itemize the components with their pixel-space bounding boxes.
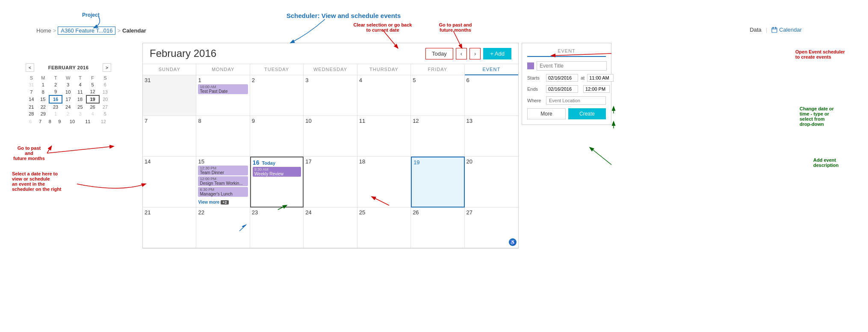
mini-day[interactable]: 6 bbox=[26, 118, 35, 125]
mini-day[interactable]: 29 bbox=[37, 110, 49, 117]
event-pill[interactable]: 10:00 AM Test Past Date bbox=[198, 84, 248, 94]
mini-day[interactable]: 9 bbox=[49, 88, 62, 95]
event-pill-team-dinner[interactable]: 12:30 PM Team Dinner bbox=[198, 166, 248, 175]
breadcrumb-project[interactable]: A360 Feature T...016 bbox=[58, 27, 115, 35]
mini-day[interactable]: 18 bbox=[74, 95, 86, 103]
cal-day-19-selected[interactable]: 19 bbox=[411, 157, 464, 208]
mini-day[interactable]: 23 bbox=[49, 103, 62, 110]
mini-day[interactable]: 22 bbox=[37, 103, 49, 110]
next-month-btn[interactable]: › bbox=[469, 48, 481, 59]
view-more-btn[interactable]: View more +2 bbox=[198, 200, 228, 205]
mini-day[interactable]: 14 bbox=[26, 95, 37, 103]
cal-day-25[interactable]: 25 bbox=[357, 208, 411, 248]
mini-day[interactable]: 20 bbox=[99, 95, 111, 103]
cal-day-24[interactable]: 24 bbox=[304, 208, 357, 248]
cal-day-17[interactable]: 17 bbox=[304, 157, 357, 208]
cal-day-3[interactable]: 3 bbox=[304, 75, 357, 116]
mini-day[interactable]: 11 bbox=[74, 88, 86, 95]
mini-day[interactable]: 1 bbox=[49, 110, 62, 117]
mini-day[interactable]: 7 bbox=[26, 88, 37, 95]
mini-day[interactable]: 10 bbox=[65, 118, 80, 125]
cal-day-21[interactable]: 21 bbox=[143, 208, 196, 248]
mini-day[interactable]: 4 bbox=[74, 81, 86, 88]
mini-day[interactable]: 2 bbox=[62, 110, 74, 117]
event-time: 9:30 AM bbox=[254, 167, 299, 172]
ep-where-input[interactable] bbox=[546, 96, 606, 105]
cal-day-13[interactable]: 13 bbox=[465, 116, 518, 157]
cal-day-6[interactable]: 6 bbox=[465, 75, 518, 116]
mini-day[interactable]: 21 bbox=[26, 103, 37, 110]
cal-day-26[interactable]: 26 bbox=[411, 208, 464, 248]
cal-day-16-today[interactable]: 16 Today 9:30 AM Weekly Review bbox=[250, 157, 304, 208]
prev-month-btn[interactable]: ‹ bbox=[456, 48, 467, 59]
mini-cal-prev-btn[interactable]: < bbox=[26, 63, 34, 72]
cal-day-27[interactable]: 27 ♿ bbox=[465, 208, 518, 248]
mini-day[interactable]: 3 bbox=[74, 110, 86, 117]
mini-day[interactable]: 8 bbox=[37, 88, 49, 95]
event-pill-design-team[interactable]: 12:00 PM Design Team Workin... bbox=[198, 176, 248, 186]
mini-day[interactable]: 5 bbox=[99, 110, 111, 117]
cal-day-10[interactable]: 10 bbox=[304, 116, 357, 157]
mini-day[interactable]: 2 bbox=[49, 81, 62, 88]
nav-calendar-link[interactable]: Calendar bbox=[771, 27, 802, 33]
create-button[interactable]: Create bbox=[568, 108, 606, 119]
cal-day-9[interactable]: 9 bbox=[250, 116, 304, 157]
mini-day[interactable]: 8 bbox=[45, 118, 55, 125]
add-event-btn[interactable]: + Add bbox=[483, 48, 511, 59]
day-num: 25 bbox=[359, 209, 409, 216]
cal-day-18[interactable]: 18 bbox=[357, 157, 411, 208]
cal-day-8[interactable]: 8 bbox=[196, 116, 250, 157]
mini-day[interactable]: 28 bbox=[26, 110, 37, 117]
event-title: Team Dinner bbox=[200, 170, 224, 175]
mini-day[interactable]: 12 bbox=[96, 118, 111, 125]
nav-data-link[interactable]: Data bbox=[750, 27, 761, 33]
mini-day[interactable]: 13 bbox=[99, 88, 111, 95]
mini-day[interactable]: 5 bbox=[86, 81, 99, 88]
cal-day-1[interactable]: 1 10:00 AM Test Past Date bbox=[196, 75, 250, 116]
mini-day[interactable]: 17 bbox=[62, 95, 74, 103]
cal-day-23[interactable]: 23 bbox=[250, 208, 304, 248]
mini-day[interactable]: 4 bbox=[86, 110, 99, 117]
cal-day-7[interactable]: 7 bbox=[143, 116, 196, 157]
mini-day[interactable]: 3 bbox=[62, 81, 74, 88]
breadcrumb-home[interactable]: Home bbox=[36, 27, 51, 34]
cal-day-20[interactable]: 20 bbox=[465, 157, 518, 208]
ep-starts-time[interactable] bbox=[587, 74, 614, 82]
more-button[interactable]: More bbox=[527, 108, 566, 119]
mini-day[interactable]: 9 bbox=[55, 118, 65, 125]
mini-day[interactable]: 1 bbox=[37, 81, 49, 88]
cal-day-2[interactable]: 2 bbox=[250, 75, 304, 116]
cal-day-15[interactable]: 15 12:30 PM Team Dinner 12:00 PM Design … bbox=[196, 157, 250, 208]
cal-day-31-jan[interactable]: 31 bbox=[143, 75, 196, 116]
cal-day-22[interactable]: 22 bbox=[196, 208, 250, 248]
ann-change-date: Change date ortime - type orselect fromd… bbox=[800, 106, 864, 127]
ep-title-input[interactable] bbox=[537, 61, 607, 71]
mini-day[interactable]: 7 bbox=[35, 118, 45, 125]
mini-day[interactable]: 10 bbox=[62, 88, 74, 95]
mini-day[interactable]: 15 bbox=[37, 95, 49, 103]
cal-day-4[interactable]: 4 bbox=[357, 75, 411, 116]
ep-ends-time[interactable] bbox=[583, 85, 610, 93]
today-button[interactable]: Today bbox=[425, 48, 453, 59]
event-pill-weekly-review[interactable]: 9:30 AM Weekly Review bbox=[253, 167, 301, 177]
cal-day-12[interactable]: 12 bbox=[411, 116, 464, 157]
cal-day-11[interactable]: 11 bbox=[357, 116, 411, 157]
cal-day-14[interactable]: 14 bbox=[143, 157, 196, 208]
mini-day-selected[interactable]: 19 bbox=[86, 95, 99, 103]
mini-day[interactable]: 26 bbox=[86, 103, 99, 110]
event-pill-managers-lunch[interactable]: 6:30 PM Manager's Lunch bbox=[198, 187, 248, 197]
mini-cal-title: FEBRUARY 2016 bbox=[48, 65, 89, 70]
cal-day-5[interactable]: 5 bbox=[411, 75, 464, 116]
mini-day[interactable]: 11 bbox=[80, 118, 95, 125]
ep-color-picker[interactable] bbox=[527, 62, 534, 69]
mini-day-today[interactable]: 16 bbox=[49, 95, 62, 103]
mini-day[interactable]: 31 bbox=[26, 81, 37, 88]
ep-starts-date[interactable] bbox=[546, 74, 578, 82]
mini-day[interactable]: 6 bbox=[99, 81, 111, 88]
mini-cal-next-btn[interactable]: > bbox=[103, 63, 111, 72]
mini-day[interactable]: 24 bbox=[62, 103, 74, 110]
mini-day[interactable]: 12 bbox=[86, 88, 99, 95]
ep-ends-date[interactable] bbox=[546, 85, 578, 93]
mini-day[interactable]: 27 bbox=[99, 103, 111, 110]
mini-day[interactable]: 25 bbox=[74, 103, 86, 110]
